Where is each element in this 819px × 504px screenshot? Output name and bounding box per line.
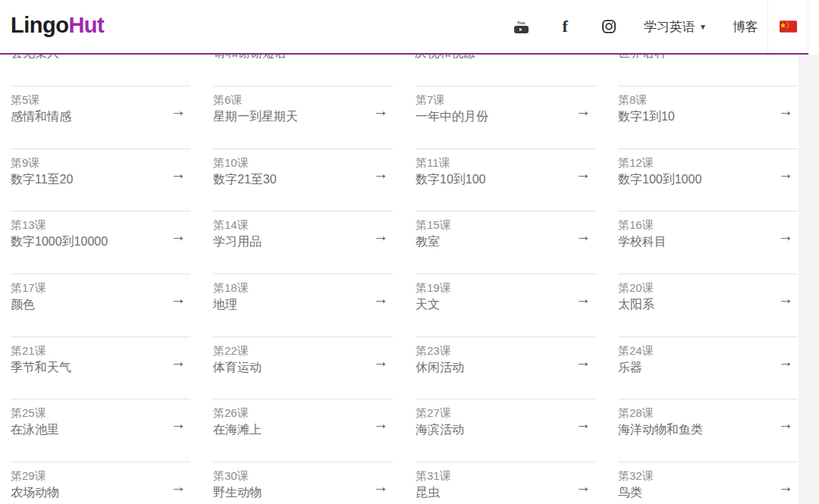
lesson-title: 乐器 bbox=[618, 359, 775, 376]
lesson-number: 第6课 bbox=[213, 92, 370, 108]
lesson-card[interactable]: 第24课 乐器 → bbox=[618, 337, 798, 399]
lesson-card[interactable]: 第32课 鸟类 → bbox=[618, 462, 798, 504]
nav-blog[interactable]: 博客 bbox=[733, 18, 758, 36]
nav-learn-english[interactable]: 学习英语▼ bbox=[644, 18, 707, 36]
lesson-title: 休闲活动 bbox=[416, 359, 573, 376]
arrow-right-icon: → bbox=[171, 415, 186, 433]
lesson-card[interactable]: 第18课 地理 → bbox=[213, 274, 393, 337]
lesson-number: 第9课 bbox=[11, 155, 168, 171]
lesson-card[interactable]: 第31课 昆虫 → bbox=[416, 462, 595, 504]
facebook-icon[interactable]: f bbox=[556, 17, 574, 36]
lesson-number: 第7课 bbox=[416, 92, 573, 108]
lesson-title: 数字11至20 bbox=[11, 171, 168, 188]
arrow-right-icon: → bbox=[576, 415, 591, 433]
lesson-number: 第15课 bbox=[416, 217, 573, 233]
arrow-right-icon: → bbox=[576, 290, 591, 308]
arrow-right-icon: → bbox=[576, 165, 591, 183]
arrow-right-icon: → bbox=[171, 478, 186, 496]
site-header: LingoHut You f 学习英语▼ bbox=[0, 0, 819, 53]
instagram-icon-art bbox=[601, 19, 617, 34]
youtube-icon[interactable]: You bbox=[512, 17, 530, 36]
lesson-card[interactable]: 第30课 野生动物 → bbox=[213, 462, 393, 504]
chevron-down-icon: ▼ bbox=[699, 23, 707, 31]
lesson-card[interactable]: 第8课 数字1到10 → bbox=[618, 86, 798, 149]
lesson-title: 海滨活动 bbox=[416, 421, 573, 438]
lesson-number: 第27课 bbox=[416, 405, 573, 421]
lesson-card[interactable]: 第5课 感情和情感 → bbox=[11, 86, 190, 149]
lesson-card[interactable]: 第15课 教室 → bbox=[416, 211, 595, 274]
arrow-right-icon: → bbox=[576, 227, 591, 245]
lesson-card[interactable]: 第19课 天文 → bbox=[416, 274, 595, 337]
lesson-title: 学习用品 bbox=[213, 233, 370, 250]
lesson-card[interactable]: 第23课 休闲活动 → bbox=[416, 337, 595, 399]
lesson-title: 农场动物 bbox=[11, 484, 168, 501]
lesson-number: 第14课 bbox=[213, 217, 370, 233]
lesson-card[interactable]: 第7课 一年中的月份 → bbox=[416, 86, 595, 149]
lesson-card[interactable]: 第16课 学校科目 → bbox=[618, 211, 798, 274]
lesson-title: 鸟类 bbox=[618, 484, 775, 501]
lesson-card[interactable]: 第11课 数字10到100 → bbox=[416, 149, 595, 211]
lesson-card[interactable]: 第10课 数字21至30 → bbox=[213, 149, 393, 211]
lesson-card[interactable]: 第9课 数字11至20 → bbox=[11, 149, 190, 211]
lesson-card[interactable]: 第13课 数字1000到10000 → bbox=[11, 211, 190, 274]
language-selector[interactable] bbox=[767, 0, 808, 53]
arrow-right-icon: → bbox=[373, 353, 388, 371]
arrow-right-icon: → bbox=[373, 165, 388, 183]
lesson-title: 数字1000到10000 bbox=[11, 233, 168, 250]
arrow-right-icon: → bbox=[778, 353, 793, 371]
arrow-right-icon: → bbox=[373, 478, 388, 496]
lesson-number: 第19课 bbox=[416, 280, 573, 296]
lesson-number: 第12课 bbox=[618, 155, 775, 171]
youtube-icon-art: You bbox=[514, 20, 529, 33]
lesson-card[interactable]: 第29课 农场动物 → bbox=[11, 462, 190, 504]
lesson-number: 第10课 bbox=[213, 155, 370, 171]
lesson-number: 第16课 bbox=[618, 217, 775, 233]
lesson-number: 第23课 bbox=[416, 343, 573, 358]
lesson-card[interactable]: 第14课 学习用品 → bbox=[213, 211, 393, 274]
lesson-number: 第17课 bbox=[11, 280, 168, 296]
arrow-right-icon: → bbox=[576, 353, 591, 371]
lesson-title: 天文 bbox=[416, 296, 573, 313]
lesson-number: 第30课 bbox=[213, 468, 370, 484]
lesson-grid: 第5课 感情和情感 → 第6课 星期一到星期天 → 第7课 一年中的月份 → 第… bbox=[11, 86, 798, 504]
lesson-title: 数字10到100 bbox=[416, 171, 573, 188]
lesson-number: 第21课 bbox=[11, 343, 168, 358]
arrow-right-icon: → bbox=[576, 102, 591, 120]
lesson-title: 学校科目 bbox=[618, 233, 775, 250]
lesson-title: 数字100到1000 bbox=[618, 171, 775, 188]
facebook-f-glyph: f bbox=[562, 17, 567, 36]
lesson-card[interactable]: 第25课 在泳池里 → bbox=[11, 399, 190, 462]
lesson-title: 教室 bbox=[416, 233, 573, 250]
instagram-icon[interactable] bbox=[600, 17, 618, 36]
arrow-right-icon: → bbox=[778, 415, 793, 433]
youtube-you-text: You bbox=[517, 20, 526, 25]
lesson-title: 在海滩上 bbox=[213, 421, 370, 438]
lesson-card[interactable]: 第6课 星期一到星期天 → bbox=[213, 86, 393, 149]
arrow-right-icon: → bbox=[171, 290, 186, 308]
lesson-card[interactable]: 第28课 海洋动物和鱼类 → bbox=[618, 399, 798, 462]
lesson-number: 第8课 bbox=[618, 92, 775, 108]
arrow-right-icon: → bbox=[373, 290, 388, 308]
lesson-title: 海洋动物和鱼类 bbox=[618, 421, 775, 438]
lesson-card[interactable]: 第27课 海滨活动 → bbox=[416, 399, 595, 462]
arrow-right-icon: → bbox=[373, 102, 388, 120]
lesson-title: 数字21至30 bbox=[213, 171, 370, 188]
arrow-right-icon: → bbox=[171, 353, 186, 371]
arrow-right-icon: → bbox=[373, 227, 388, 245]
lesson-title: 季节和天气 bbox=[11, 359, 168, 376]
lesson-title: 数字1到10 bbox=[618, 108, 775, 125]
lesson-card[interactable]: 第17课 颜色 → bbox=[11, 274, 190, 337]
arrow-right-icon: → bbox=[373, 415, 388, 433]
arrow-right-icon: → bbox=[778, 165, 793, 183]
lingohut-logo[interactable]: LingoHut bbox=[11, 13, 104, 38]
lesson-number: 第24课 bbox=[618, 343, 775, 358]
lesson-card[interactable]: 第20课 太阳系 → bbox=[618, 274, 798, 337]
lesson-card[interactable]: 第12课 数字100到1000 → bbox=[618, 149, 798, 211]
lesson-card[interactable]: 第21课 季节和天气 → bbox=[11, 337, 190, 399]
lesson-card[interactable]: 第26课 在海滩上 → bbox=[213, 399, 393, 462]
logo-text-hut: Hut bbox=[68, 13, 104, 37]
nav-learn-english-label: 学习英语 bbox=[644, 20, 695, 34]
lesson-card[interactable]: 第22课 体育运动 → bbox=[213, 337, 393, 399]
lesson-title: 星期一到星期天 bbox=[213, 108, 370, 125]
right-gutter bbox=[799, 55, 819, 504]
